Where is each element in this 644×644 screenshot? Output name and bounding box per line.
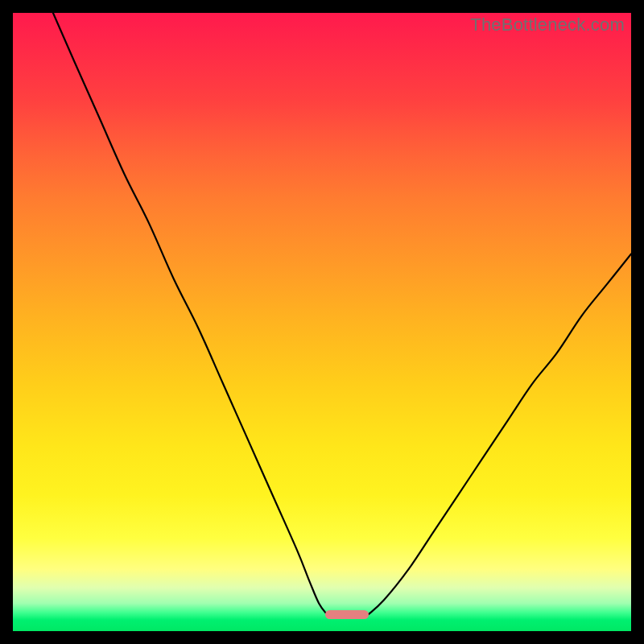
bottleneck-marker bbox=[325, 610, 369, 619]
plot-area: TheBottleneck.com bbox=[13, 13, 631, 631]
curve-layer bbox=[13, 13, 631, 631]
curve-right-branch bbox=[369, 254, 631, 615]
curve-left-branch bbox=[53, 13, 327, 614]
chart-frame: TheBottleneck.com bbox=[0, 0, 644, 644]
